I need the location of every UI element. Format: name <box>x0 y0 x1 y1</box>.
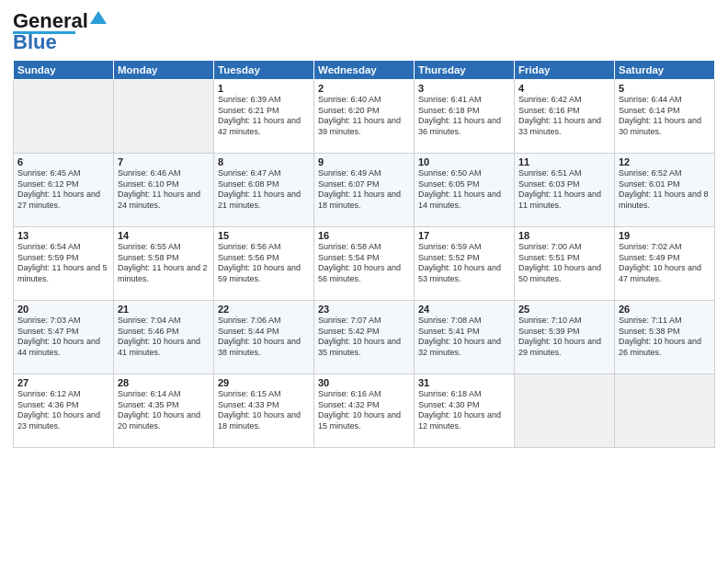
day-number: 14 <box>118 230 210 241</box>
calendar-week-row: 27Sunrise: 6:12 AMSunset: 4:36 PMDayligh… <box>14 374 715 448</box>
day-info: Sunset: 5:47 PM <box>17 327 109 338</box>
calendar-week-row: 1Sunrise: 6:39 AMSunset: 6:21 PMDaylight… <box>14 80 715 154</box>
day-info: Sunset: 5:39 PM <box>518 327 610 338</box>
day-info: Sunset: 6:16 PM <box>518 106 610 117</box>
logo-triangle-icon <box>90 9 107 26</box>
day-info: Sunset: 6:20 PM <box>318 106 410 117</box>
day-info: Daylight: 11 hours and 11 minutes. <box>518 190 610 211</box>
header: General Blue <box>13 9 715 54</box>
day-info: Sunset: 5:49 PM <box>619 253 711 264</box>
day-info: Sunset: 6:10 PM <box>118 179 210 190</box>
calendar-cell <box>515 374 615 448</box>
logo-general: General <box>13 9 88 33</box>
day-info: Daylight: 10 hours and 32 minutes. <box>418 337 510 358</box>
day-info: Sunrise: 7:06 AM <box>218 316 310 327</box>
day-number: 24 <box>418 304 510 315</box>
day-info: Sunset: 6:12 PM <box>17 179 109 190</box>
day-info: Sunrise: 6:39 AM <box>218 95 310 106</box>
day-number: 19 <box>619 230 711 241</box>
day-info: Sunset: 5:44 PM <box>218 327 310 338</box>
day-info: Sunset: 4:30 PM <box>418 400 510 411</box>
calendar-cell <box>14 80 114 154</box>
day-info: Sunset: 5:58 PM <box>118 253 210 264</box>
day-info: Sunrise: 6:12 AM <box>17 389 109 400</box>
day-header-sunday: Sunday <box>14 61 114 80</box>
day-info: Sunrise: 7:02 AM <box>619 242 711 253</box>
day-info: Sunrise: 6:18 AM <box>418 389 510 400</box>
calendar-cell: 23Sunrise: 7:07 AMSunset: 5:42 PMDayligh… <box>314 301 415 374</box>
day-info: Sunrise: 6:52 AM <box>619 168 711 179</box>
calendar-cell: 20Sunrise: 7:03 AMSunset: 5:47 PMDayligh… <box>14 301 114 374</box>
day-info: Daylight: 11 hours and 36 minutes. <box>418 116 510 137</box>
day-info: Daylight: 11 hours and 5 minutes. <box>17 263 109 284</box>
day-number: 10 <box>418 156 510 167</box>
day-info: Sunset: 6:14 PM <box>619 106 711 117</box>
day-number: 12 <box>619 156 711 167</box>
day-info: Daylight: 10 hours and 20 minutes. <box>118 410 210 431</box>
day-info: Sunrise: 7:04 AM <box>118 316 210 327</box>
day-info: Sunrise: 7:00 AM <box>518 242 610 253</box>
logo-blue: Blue <box>13 30 57 54</box>
day-number: 20 <box>17 304 109 315</box>
day-info: Sunrise: 6:59 AM <box>418 242 510 253</box>
day-number: 17 <box>418 230 510 241</box>
day-info: Sunset: 5:56 PM <box>218 253 310 264</box>
calendar-body: 1Sunrise: 6:39 AMSunset: 6:21 PMDaylight… <box>14 80 715 448</box>
day-number: 30 <box>318 377 410 388</box>
calendar-table: SundayMondayTuesdayWednesdayThursdayFrid… <box>13 60 715 448</box>
day-info: Sunrise: 6:55 AM <box>118 242 210 253</box>
day-header-saturday: Saturday <box>615 61 715 80</box>
calendar-cell: 31Sunrise: 6:18 AMSunset: 4:30 PMDayligh… <box>415 374 515 448</box>
day-info: Daylight: 11 hours and 33 minutes. <box>518 116 610 137</box>
day-number: 15 <box>218 230 310 241</box>
day-info: Daylight: 10 hours and 56 minutes. <box>318 263 410 284</box>
calendar-cell: 10Sunrise: 6:50 AMSunset: 6:05 PMDayligh… <box>415 154 515 227</box>
day-info: Daylight: 10 hours and 50 minutes. <box>518 263 610 284</box>
day-info: Sunrise: 7:10 AM <box>518 316 610 327</box>
day-info: Daylight: 10 hours and 35 minutes. <box>318 337 410 358</box>
day-info: Sunset: 4:33 PM <box>218 400 310 411</box>
calendar-cell <box>615 374 715 448</box>
calendar-cell: 13Sunrise: 6:54 AMSunset: 5:59 PMDayligh… <box>14 227 114 301</box>
day-info: Sunset: 5:59 PM <box>17 253 109 264</box>
main-container: General Blue SundayMondayTuesdayWednesda… <box>0 0 728 455</box>
calendar-cell: 25Sunrise: 7:10 AMSunset: 5:39 PMDayligh… <box>515 301 615 374</box>
calendar-cell: 30Sunrise: 6:16 AMSunset: 4:32 PMDayligh… <box>314 374 415 448</box>
day-info: Daylight: 11 hours and 8 minutes. <box>619 190 711 211</box>
day-number: 25 <box>518 304 610 315</box>
day-info: Sunrise: 7:03 AM <box>17 316 109 327</box>
day-info: Daylight: 10 hours and 15 minutes. <box>318 410 410 431</box>
calendar-cell: 24Sunrise: 7:08 AMSunset: 5:41 PMDayligh… <box>415 301 515 374</box>
day-info: Daylight: 10 hours and 47 minutes. <box>619 263 711 284</box>
calendar-cell: 2Sunrise: 6:40 AMSunset: 6:20 PMDaylight… <box>314 80 415 154</box>
day-info: Sunset: 6:18 PM <box>418 106 510 117</box>
calendar-cell: 12Sunrise: 6:52 AMSunset: 6:01 PMDayligh… <box>615 154 715 227</box>
calendar-cell: 3Sunrise: 6:41 AMSunset: 6:18 PMDaylight… <box>415 80 515 154</box>
day-info: Daylight: 11 hours and 18 minutes. <box>318 190 410 211</box>
day-info: Sunset: 5:54 PM <box>318 253 410 264</box>
day-info: Sunrise: 6:51 AM <box>518 168 610 179</box>
calendar-week-row: 6Sunrise: 6:45 AMSunset: 6:12 PMDaylight… <box>14 154 715 227</box>
day-number: 11 <box>518 156 610 167</box>
calendar-cell: 7Sunrise: 6:46 AMSunset: 6:10 PMDaylight… <box>114 154 214 227</box>
day-info: Daylight: 10 hours and 53 minutes. <box>418 263 510 284</box>
calendar-cell: 9Sunrise: 6:49 AMSunset: 6:07 PMDaylight… <box>314 154 415 227</box>
day-info: Sunrise: 6:14 AM <box>118 389 210 400</box>
day-info: Daylight: 10 hours and 44 minutes. <box>17 337 109 358</box>
day-info: Sunrise: 6:42 AM <box>518 95 610 106</box>
day-number: 31 <box>418 377 510 388</box>
day-number: 22 <box>218 304 310 315</box>
day-info: Sunset: 6:08 PM <box>218 179 310 190</box>
day-number: 2 <box>318 83 410 94</box>
day-header-thursday: Thursday <box>415 61 515 80</box>
day-info: Daylight: 11 hours and 21 minutes. <box>218 190 310 211</box>
calendar-header-row: SundayMondayTuesdayWednesdayThursdayFrid… <box>14 61 715 80</box>
calendar-cell: 15Sunrise: 6:56 AMSunset: 5:56 PMDayligh… <box>214 227 314 301</box>
calendar-cell: 4Sunrise: 6:42 AMSunset: 6:16 PMDaylight… <box>515 80 615 154</box>
calendar-cell: 26Sunrise: 7:11 AMSunset: 5:38 PMDayligh… <box>615 301 715 374</box>
calendar-cell: 11Sunrise: 6:51 AMSunset: 6:03 PMDayligh… <box>515 154 615 227</box>
day-info: Daylight: 10 hours and 38 minutes. <box>218 337 310 358</box>
day-info: Sunset: 4:36 PM <box>17 400 109 411</box>
calendar-cell: 19Sunrise: 7:02 AMSunset: 5:49 PMDayligh… <box>615 227 715 301</box>
day-info: Sunrise: 6:41 AM <box>418 95 510 106</box>
